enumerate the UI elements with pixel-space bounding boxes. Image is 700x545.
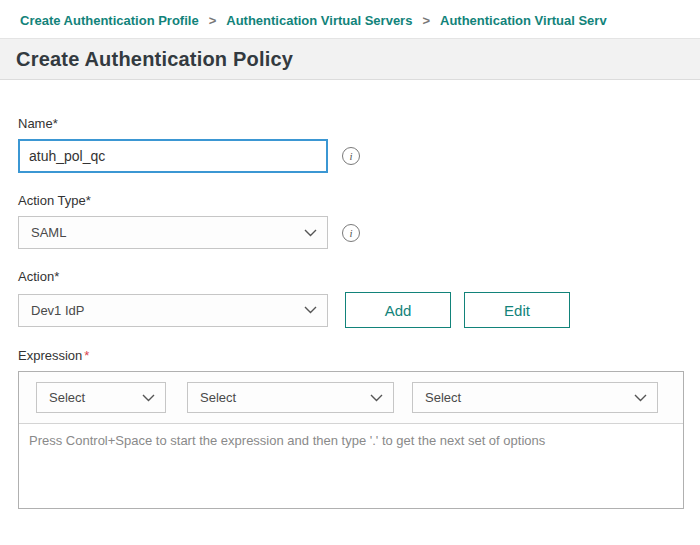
form-content: Name* i Action Type* SAML i Action* Dev1…: [0, 80, 700, 509]
action-required-marker: *: [54, 269, 59, 284]
chevron-down-icon: [634, 394, 647, 402]
page-header: Create Authentication Policy: [0, 38, 700, 80]
name-field-group: Name* i: [18, 116, 684, 173]
action-type-label: Action Type*: [18, 193, 684, 208]
expression-select-1[interactable]: Select: [36, 382, 166, 413]
name-label: Name*: [18, 116, 684, 131]
breadcrumb: Create Authentication Profile > Authenti…: [0, 0, 700, 38]
breadcrumb-item-authentication-virtual-servers[interactable]: Authentication Virtual Servers: [226, 13, 412, 28]
info-icon[interactable]: i: [342, 224, 360, 242]
expression-builder: Select Select Select: [18, 371, 684, 509]
action-select[interactable]: Dev1 IdP: [18, 294, 328, 327]
breadcrumb-separator: >: [422, 13, 430, 28]
breadcrumb-item-create-authentication-profile[interactable]: Create Authentication Profile: [20, 13, 199, 28]
action-label: Action*: [18, 269, 684, 284]
expression-select-1-value: Select: [49, 390, 142, 405]
chevron-down-icon: [304, 229, 317, 237]
expression-label: Expression*: [18, 348, 684, 363]
expression-field-group: Expression* Select Select Select: [18, 348, 684, 509]
action-type-field-group: Action Type* SAML i: [18, 193, 684, 249]
chevron-down-icon: [304, 306, 317, 314]
expression-textarea[interactable]: [19, 424, 683, 508]
edit-button[interactable]: Edit: [464, 292, 570, 328]
breadcrumb-item-authentication-virtual-servers-truncated[interactable]: Authentication Virtual Serv: [440, 13, 607, 28]
add-button[interactable]: Add: [345, 292, 451, 328]
expression-select-3-value: Select: [425, 390, 634, 405]
chevron-down-icon: [142, 394, 155, 402]
action-type-required-marker: *: [86, 193, 91, 208]
name-required-marker: *: [53, 116, 58, 131]
expression-select-3[interactable]: Select: [412, 382, 658, 413]
page-title: Create Authentication Policy: [16, 48, 293, 71]
breadcrumb-separator: >: [209, 13, 217, 28]
action-type-selected-value: SAML: [31, 225, 304, 240]
name-input[interactable]: [18, 139, 328, 173]
expression-select-2-value: Select: [200, 390, 370, 405]
action-field-group: Action* Dev1 IdP Add Edit: [18, 269, 684, 328]
info-icon[interactable]: i: [342, 147, 360, 165]
expression-toolbar: Select Select Select: [19, 372, 683, 424]
expression-required-marker: *: [84, 348, 89, 363]
action-type-select[interactable]: SAML: [18, 216, 328, 249]
chevron-down-icon: [370, 394, 383, 402]
expression-select-2[interactable]: Select: [187, 382, 394, 413]
action-selected-value: Dev1 IdP: [31, 303, 304, 318]
